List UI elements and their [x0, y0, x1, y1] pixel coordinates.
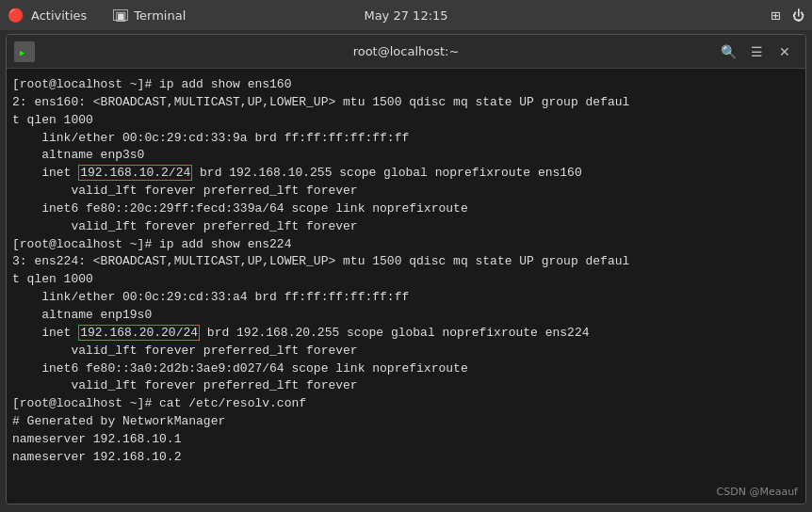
terminal-line-3: link/ether 00:0c:29:cd:33:9a brd ff:ff:f… [12, 130, 802, 148]
terminal-wrapper: [root@localhost ~]# ip add show ens160 2… [7, 69, 805, 504]
terminal-line-1: 2: ens160: <BROADCAST,MULTICAST,UP,LOWER… [12, 94, 802, 112]
terminal-line-11: t qlen 1000 [12, 271, 802, 289]
close-button[interactable]: ✕ [771, 40, 798, 63]
window-title: root@localhost:~ [353, 44, 460, 58]
activities-label[interactable]: Activities [31, 8, 87, 23]
svg-text:▶: ▶ [20, 48, 25, 57]
terminal-line-9: [root@localhost ~]# ip add show ens224 [12, 236, 802, 254]
terminal-line-2: t qlen 1000 [12, 112, 802, 130]
activities-icon: 🔴 [8, 8, 24, 23]
titlebar-app-icon: ▶ [14, 41, 35, 62]
terminal-line-14: inet 192.168.20.20/24 brd 192.168.20.255… [12, 325, 802, 343]
terminal-line-19: # Generated by NetworkManager [12, 413, 802, 431]
terminal-label[interactable]: Terminal [134, 8, 186, 23]
terminal-icon: ▣ [113, 9, 128, 21]
terminal-line-12: link/ether 00:0c:29:cd:33:a4 brd ff:ff:f… [12, 289, 802, 307]
network-icon[interactable]: ⊞ [771, 8, 781, 23]
terminal-line-6: valid_lft forever preferred_lft forever [12, 183, 802, 200]
system-bar-right: ⊞ ⏻ [771, 8, 804, 23]
terminal-line-13: altname enp19s0 [12, 307, 802, 325]
terminal-line-20: nameserver 192.168.10.1 [12, 431, 802, 449]
terminal-line-17: valid_lft forever preferred_lft forever [12, 377, 802, 395]
titlebar-controls: 🔍 ☰ ✕ [715, 40, 798, 63]
system-bar-center: May 27 12:15 [364, 8, 447, 23]
ip-highlight-2: 192.168.20.20/24 [78, 325, 200, 341]
terminal-line-8: valid_lft forever preferred_lft forever [12, 218, 802, 236]
titlebar-left: ▶ [14, 41, 41, 62]
ip-highlight-1: 192.168.10.2/24 [78, 165, 192, 181]
menu-button[interactable]: ☰ [743, 40, 770, 63]
terminal-line-10: 3: ens224: <BROADCAST,MULTICAST,UP,LOWER… [12, 253, 802, 271]
system-bar: 🔴 Activities ▣ Terminal May 27 12:15 ⊞ ⏻ [0, 0, 812, 30]
system-bar-left: 🔴 Activities ▣ Terminal [8, 8, 186, 23]
datetime: May 27 12:15 [364, 8, 447, 23]
terminal-line-0: [root@localhost ~]# ip add show ens160 [12, 76, 802, 94]
watermark: CSDN @Meaauf [717, 486, 798, 498]
terminal-window: ▶ root@localhost:~ 🔍 ☰ ✕ [root@localhost… [6, 34, 806, 504]
terminal-menu-item: ▣ Terminal [113, 8, 186, 23]
window-titlebar: ▶ root@localhost:~ 🔍 ☰ ✕ [7, 35, 805, 69]
power-icon[interactable]: ⏻ [792, 8, 804, 23]
terminal-line-21: nameserver 192.168.10.2 [12, 449, 802, 467]
search-button[interactable]: 🔍 [715, 40, 741, 63]
terminal-line-7: inet6 fe80::20c:29ff:fecd:339a/64 scope … [12, 200, 802, 218]
terminal-line-5: inet 192.168.10.2/24 brd 192.168.10.255 … [12, 165, 802, 183]
terminal-line-16: inet6 fe80::3a0:2d2b:3ae9:d027/64 scope … [12, 360, 802, 378]
terminal-line-18: [root@localhost ~]# cat /etc/resolv.conf [12, 395, 802, 413]
terminal-content[interactable]: [root@localhost ~]# ip add show ens160 2… [7, 69, 805, 504]
terminal-line-4: altname enp3s0 [12, 147, 802, 165]
terminal-icon-svg: ▶ [18, 45, 31, 58]
terminal-line-15: valid_lft forever preferred_lft forever [12, 343, 802, 360]
